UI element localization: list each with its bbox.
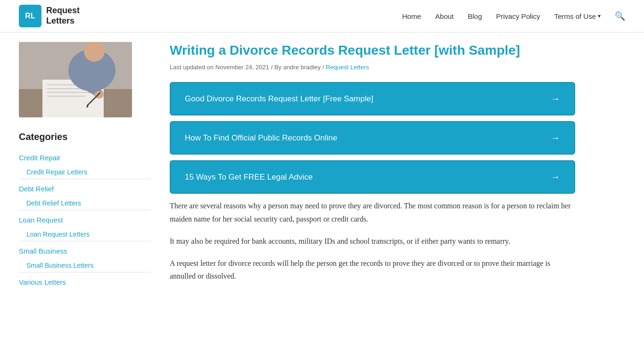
article-thumbnail xyxy=(19,42,132,117)
svg-rect-6 xyxy=(47,96,85,97)
categories-heading: Categories xyxy=(19,132,151,142)
article-meta-link[interactable]: Request Letters xyxy=(326,64,369,71)
search-icon: 🔍 xyxy=(615,11,625,21)
category-group-credit-repair: Credit Repair Credit Repair Letters xyxy=(19,150,151,179)
cta-arrow-2-icon: → xyxy=(551,132,560,143)
article-title: Writing a Divorce Records Request Letter… xyxy=(170,42,575,59)
main-nav: Home About Blog Privacy Policy Terms of … xyxy=(402,11,625,21)
article-paragraph-2: It may also be required for bank account… xyxy=(170,235,575,247)
article-meta: Last updated on November 24, 2021 / By a… xyxy=(170,64,575,71)
svg-rect-5 xyxy=(47,92,92,93)
sidebar-item-small-business-letters[interactable]: Small Business Letters xyxy=(19,259,151,272)
article-paragraph-3: A request letter for divorce records wil… xyxy=(170,257,575,282)
category-group-debt-relief: Debt Relief Debt Relief Letters xyxy=(19,181,151,210)
nav-terms-of-use[interactable]: Terms of Use ▾ xyxy=(554,12,601,20)
article-meta-prefix: Last updated on November 24, 2021 / By a… xyxy=(170,64,326,71)
terms-of-use-link[interactable]: Terms of Use xyxy=(554,12,596,20)
sidebar-item-credit-repair-letters[interactable]: Credit Repair Letters xyxy=(19,165,151,179)
nav-blog[interactable]: Blog xyxy=(468,12,482,20)
sidebar-image xyxy=(19,42,132,117)
logo-link[interactable]: RL Request Letters xyxy=(19,5,80,27)
cta-button-3[interactable]: 15 Ways To Get FREE Legal Advice → xyxy=(170,160,575,194)
cta-button-3-label: 15 Ways To Get FREE Legal Advice xyxy=(185,173,313,182)
chevron-down-icon: ▾ xyxy=(598,13,601,20)
category-group-small-business: Small Business Small Business Letters xyxy=(19,243,151,272)
cta-button-1[interactable]: Good Divorce Records Request Letter [Fre… xyxy=(170,82,575,115)
cta-arrow-3-icon: → xyxy=(551,172,560,182)
nav-home[interactable]: Home xyxy=(402,12,421,20)
nav-about[interactable]: About xyxy=(435,12,454,20)
article-paragraph-1: There are several reasons why a person m… xyxy=(170,199,575,225)
sidebar-item-credit-repair[interactable]: Credit Repair xyxy=(19,150,151,165)
sidebar-item-various-letters[interactable]: Various Letters xyxy=(19,274,151,290)
sidebar: Categories Credit Repair Credit Repair L… xyxy=(19,42,151,292)
sidebar-item-small-business[interactable]: Small Business xyxy=(19,243,151,259)
cta-button-2[interactable]: How To Find Official Public Records Onli… xyxy=(170,121,575,155)
cta-arrow-1-icon: → xyxy=(551,93,560,104)
logo-text: Request Letters xyxy=(46,6,80,26)
nav-privacy-policy[interactable]: Privacy Policy xyxy=(496,12,540,20)
logo-icon: RL xyxy=(19,5,41,27)
sidebar-item-debt-relief[interactable]: Debt Relief xyxy=(19,181,151,197)
site-header: RL Request Letters Home About Blog Priva… xyxy=(0,0,644,33)
category-group-various-letters: Various Letters xyxy=(19,274,151,290)
category-group-loan-request: Loan Request Loan Request Letters xyxy=(19,212,151,241)
main-container: Categories Credit Repair Credit Repair L… xyxy=(0,33,644,301)
svg-point-8 xyxy=(84,42,105,62)
sidebar-item-debt-relief-letters[interactable]: Debt Relief Letters xyxy=(19,197,151,210)
sidebar-item-loan-request[interactable]: Loan Request xyxy=(19,212,151,228)
cta-button-1-label: Good Divorce Records Request Letter [Fre… xyxy=(185,94,373,104)
sidebar-item-loan-request-letters[interactable]: Loan Request Letters xyxy=(19,228,151,241)
cta-button-2-label: How To Find Official Public Records Onli… xyxy=(185,133,337,143)
main-content: Writing a Divorce Records Request Letter… xyxy=(170,42,575,292)
article-body: There are several reasons why a person m… xyxy=(170,199,575,282)
search-icon-button[interactable]: 🔍 xyxy=(615,11,625,21)
